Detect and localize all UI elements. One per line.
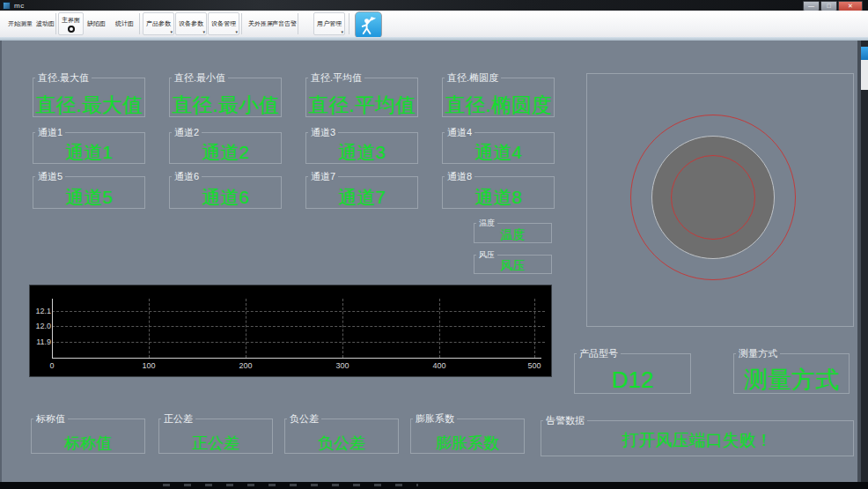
dropdown-arrow-icon: ▾	[235, 30, 238, 34]
field-value: 通道3	[306, 143, 417, 162]
field-channel-7: 通道7 通道7	[305, 176, 418, 209]
toolbar-separator	[349, 13, 349, 34]
user-manage-button[interactable]: 用户管理 ▾	[313, 12, 345, 35]
field-channel-3: 通道3 通道3	[305, 132, 418, 164]
dropdown-arrow-icon: ▾	[202, 30, 205, 34]
field-label: 风压	[476, 249, 497, 260]
toolbar: 开始测量 波动图 主界面 缺陷图 统计图 产品参数 ▾ 设备参数 ▾ 设备管理 …	[0, 11, 868, 38]
field-label: 负公差	[287, 412, 321, 425]
y-tick-label: 11.9	[32, 337, 51, 346]
field-value: 负公差	[285, 435, 398, 452]
field-temperature: 温度 温度	[474, 223, 552, 243]
alarm-message: 打开风压端口失败！	[541, 432, 853, 455]
device-manage-label: 设备管理	[211, 19, 236, 28]
start-measure-button[interactable]: 开始测量	[5, 12, 35, 35]
field-value: 通道7	[306, 188, 417, 207]
v-gridline	[534, 299, 535, 358]
v-gridline	[149, 299, 150, 358]
field-label: 正公差	[161, 412, 195, 425]
field-label: 直径.平均值	[308, 71, 364, 84]
y-axis	[52, 299, 53, 358]
device-params-button[interactable]: 设备参数 ▾	[175, 12, 207, 35]
bottom-strip	[0, 482, 868, 489]
figure-with-flag-icon	[358, 15, 379, 35]
toolbar-separator	[55, 13, 56, 34]
field-value: 标称值	[32, 435, 144, 452]
field-diameter-min: 直径.最小值 直径.最小值	[169, 78, 282, 117]
field-label: 通道4	[445, 126, 474, 138]
cross-section-panel	[586, 73, 854, 327]
field-label: 膨胀系数	[413, 412, 457, 425]
sound-alarm-button[interactable]: 声音告警	[269, 12, 299, 35]
y-tick-label: 12.0	[32, 322, 51, 330]
field-diameter-ovality: 直径.椭圆度 直径.椭圆度	[442, 78, 555, 117]
device-manage-button[interactable]: 设备管理 ▾	[208, 12, 239, 35]
field-nominal-value: 标称值 标称值	[31, 419, 145, 454]
field-label: 通道2	[172, 126, 202, 138]
field-alarm-data: 告警数据 打开风压端口失败！	[541, 420, 854, 456]
field-label: 通道1	[35, 126, 65, 138]
field-label: 标称值	[33, 412, 68, 425]
scrollbar-thumb[interactable]	[861, 47, 868, 60]
product-params-label: 产品参数	[146, 19, 171, 28]
app-window: mc — □ ✕ 开始测量 波动图 主界面 缺陷图 统计图 产品参数 ▾ 设备参…	[0, 0, 868, 489]
scrollbar	[861, 41, 868, 482]
titlebar[interactable]: mc — □ ✕	[0, 0, 868, 11]
field-negative-tolerance: 负公差 负公差	[284, 419, 399, 454]
clipped-text-remnant	[163, 484, 418, 486]
field-label: 测量方式	[736, 347, 780, 359]
v-gridline	[246, 299, 246, 358]
x-tick-label: 400	[432, 361, 445, 370]
field-value: 温度	[474, 228, 551, 241]
field-label: 温度	[476, 218, 497, 228]
device-params-label: 设备参数	[179, 19, 203, 28]
field-diameter-avg: 直径.平均值 直径.平均值	[305, 78, 418, 117]
field-label: 通道3	[308, 126, 338, 138]
v-gridline	[439, 299, 440, 358]
field-measure-mode: 测量方式 测量方式	[733, 353, 850, 394]
field-channel-4: 通道4 通道4	[442, 132, 555, 164]
toolbar-separator	[298, 13, 298, 34]
x-tick-label: 300	[335, 361, 349, 370]
field-pressure: 风压 风压	[474, 255, 552, 274]
record-indicator-icon	[68, 26, 75, 33]
field-value: 测量方式	[734, 367, 849, 392]
field-value: 正公差	[159, 435, 272, 452]
window-icon	[3, 2, 11, 10]
field-label: 直径.最大值	[35, 71, 92, 84]
field-value: 通道4	[443, 143, 554, 162]
product-params-button[interactable]: 产品参数 ▾	[143, 12, 174, 35]
x-tick-label: 0	[49, 361, 54, 370]
dropdown-arrow-icon: ▾	[341, 30, 343, 34]
fluctuation-chart-button[interactable]: 波动图	[33, 12, 57, 35]
app-icon[interactable]	[355, 11, 382, 39]
field-channel-1: 通道1 通道1	[33, 132, 145, 164]
main-screen-button[interactable]: 主界面	[58, 12, 84, 35]
field-value: 直径.椭圆度	[443, 94, 554, 115]
field-value: D12	[575, 368, 690, 392]
x-tick-label: 200	[239, 361, 252, 370]
toolbar-separator	[139, 13, 140, 34]
h-gridline	[52, 326, 545, 327]
statistics-chart-button[interactable]: 统计图	[113, 12, 136, 35]
trend-chart: 12.1 12.0 11.9 0 100 200 300 400 500	[29, 285, 552, 377]
field-channel-5: 通道5 通道5	[33, 176, 145, 209]
field-value: 直径.平均值	[306, 94, 417, 115]
field-label: 产品型号	[577, 347, 621, 359]
field-value: 通道8	[443, 188, 554, 207]
field-value: 通道2	[170, 143, 281, 162]
dropdown-arrow-icon: ▾	[170, 30, 173, 34]
field-positive-tolerance: 正公差 正公差	[158, 419, 273, 454]
field-label: 通道7	[308, 170, 338, 182]
field-value: 通道1	[33, 143, 144, 162]
window-title: mc	[14, 2, 25, 10]
field-value: 通道6	[170, 188, 281, 207]
field-label: 直径.椭圆度	[445, 71, 501, 84]
field-diameter-max: 直径.最大值 直径.最大值	[33, 78, 145, 117]
x-tick-label: 500	[527, 361, 541, 370]
field-value: 膨胀系数	[411, 435, 524, 452]
main-screen-label: 主界面	[62, 16, 80, 25]
scrollbar-track[interactable]	[861, 60, 868, 90]
defect-chart-button[interactable]: 缺陷图	[85, 12, 108, 35]
field-expansion-coefficient: 膨胀系数 膨胀系数	[410, 419, 525, 454]
